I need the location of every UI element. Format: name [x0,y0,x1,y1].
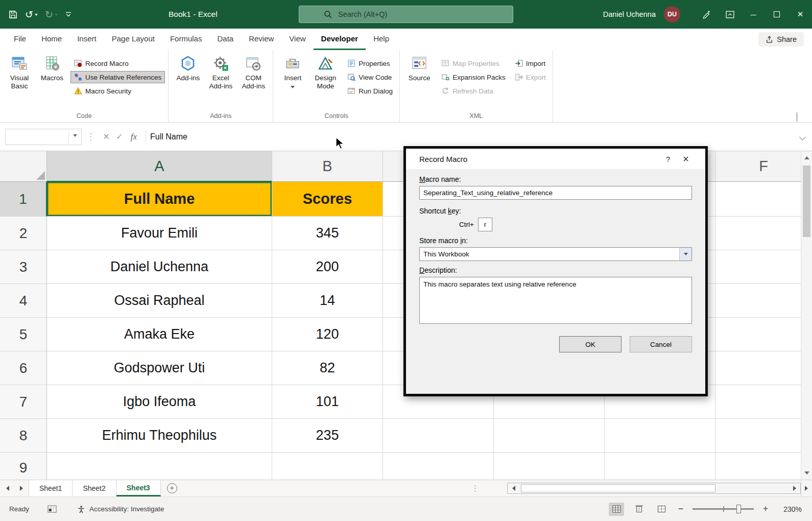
page-layout-view-button[interactable] [631,503,647,516]
cell[interactable] [272,453,383,480]
cell-name[interactable]: Godspower Uti [47,351,272,385]
record-macro-button[interactable]: Record Macro [70,57,165,69]
horizontal-scrollbar-thumb[interactable] [521,484,715,492]
view-code-button[interactable]: View Code [344,71,396,83]
sheet-tab-sheet3[interactable]: Sheet3 [116,480,161,496]
zoom-slider-handle[interactable] [736,505,741,513]
tab-developer[interactable]: Developer [314,29,366,50]
horizontal-scrollbar-track[interactable] [519,483,789,493]
tab-data[interactable]: Data [209,29,241,50]
close-button[interactable]: ✕ [789,0,812,29]
macro-recording-indicator-button[interactable] [47,505,57,513]
row-header-7[interactable]: 7 [0,385,47,419]
tab-help[interactable]: Help [366,29,397,50]
cell[interactable] [605,419,715,453]
tab-home[interactable]: Home [34,29,69,50]
column-header-b[interactable]: B [272,151,383,182]
source-button[interactable]: Source [403,52,436,103]
zoom-out-button[interactable]: − [676,504,685,514]
dropdown-button[interactable] [679,248,691,260]
shortcut-key-input[interactable] [478,218,492,231]
name-box[interactable] [5,129,82,145]
cell[interactable] [715,385,812,419]
row-header-5[interactable]: 5 [0,318,47,351]
cell-a1-selected[interactable]: Full Name [47,182,272,217]
row-header-6[interactable]: 6 [0,351,47,385]
column-header-f[interactable]: F [715,151,812,182]
row-header-3[interactable]: 3 [0,250,47,284]
formula-bar-content[interactable]: Full Name [150,132,809,141]
cell-name[interactable]: Favour Emili [47,217,272,250]
scroll-right-button[interactable] [789,483,800,493]
accessibility-status[interactable]: Accessibility: Investigate [77,505,164,513]
formula-bar-handle[interactable]: ⋮ [86,131,95,142]
tab-view[interactable]: View [281,29,313,50]
horizontal-scrollbar[interactable] [507,483,801,494]
import-button[interactable]: Import [511,57,550,69]
avatar[interactable]: DU [664,6,680,22]
cell-name[interactable]: Ossai Rapheal [47,284,272,318]
cell-b1[interactable]: Scores [272,182,383,217]
undo-button[interactable]: ↺ [25,10,38,19]
cell[interactable] [715,250,812,284]
customize-quick-access-button[interactable] [65,11,72,18]
share-button[interactable]: Share [758,32,804,46]
vertical-scrollbar-thumb[interactable] [803,165,810,237]
dialog-close-button[interactable]: ✕ [676,154,696,164]
cell-score[interactable]: 235 [272,419,383,453]
expansion-packs-button[interactable]: Expansion Packs [438,71,509,83]
cell-score[interactable]: 14 [272,284,383,318]
new-sheet-button[interactable]: + [161,480,183,496]
row-header-9[interactable]: 9 [0,453,47,480]
ribbon-display-options-button[interactable] [718,0,742,29]
minimize-button[interactable]: ─ [742,0,765,29]
ok-button[interactable]: OK [559,336,622,352]
search-box[interactable] [299,6,513,23]
zoom-level[interactable]: 230% [777,505,802,513]
cell[interactable] [494,453,605,480]
cell[interactable] [715,284,812,318]
dialog-title-bar[interactable]: Record Macro ? ✕ [406,149,705,169]
scroll-left-button[interactable] [508,483,519,493]
excel-add-ins-button[interactable]: Excel Add-ins [204,52,237,103]
sheet-tab-sheet2[interactable]: Sheet2 [73,480,116,496]
macros-button[interactable]: Macros [36,52,68,103]
map-properties-button[interactable]: Map Properties [438,57,509,69]
cell[interactable] [715,182,812,217]
tab-file[interactable]: File [6,29,34,50]
tab-review[interactable]: Review [241,29,281,50]
cell[interactable] [605,453,715,480]
maximize-button[interactable] [765,0,789,29]
search-input[interactable] [338,10,481,18]
sheet-tab-sheet1[interactable]: Sheet1 [29,480,73,496]
tab-bar-handle[interactable]: ⋮ [471,484,479,493]
cell-score[interactable]: 345 [272,217,383,250]
row-header-4[interactable]: 4 [0,284,47,318]
column-header-a[interactable]: A [47,151,272,182]
cell[interactable] [715,419,812,453]
normal-view-button[interactable] [609,503,624,516]
export-button[interactable]: Export [511,71,550,83]
design-mode-button[interactable]: Design Mode [309,52,342,103]
cancel-entry-button[interactable]: ✕ [100,132,113,141]
sheet-nav-left-button[interactable] [0,480,14,496]
cell-score[interactable]: 120 [272,318,383,351]
sheet-nav-right-button[interactable] [14,480,29,496]
row-header-1[interactable]: 1 [0,182,47,217]
tab-page-layout[interactable]: Page Layout [104,29,162,50]
description-input[interactable]: This macro separates text using relative… [419,277,692,324]
cell[interactable] [383,419,494,453]
refresh-data-button[interactable]: Refresh Data [438,85,509,97]
add-ins-button[interactable]: Add-ins [172,52,204,103]
redo-button[interactable]: ↻ [45,10,58,19]
macro-security-button[interactable]: Macro Security [70,85,165,97]
save-button[interactable] [8,10,18,19]
insert-function-button[interactable]: fx [126,132,141,142]
visual-basic-button[interactable]: Visual Basic [3,52,36,103]
tab-bar-corner-button[interactable] [801,480,812,496]
store-macro-in-dropdown[interactable]: This Workbook [419,247,692,261]
cell-name[interactable]: Igbo Ifeoma [47,385,272,419]
scroll-up-button[interactable] [801,151,812,163]
zoom-in-button[interactable]: + [761,504,770,514]
cell[interactable] [383,453,494,480]
